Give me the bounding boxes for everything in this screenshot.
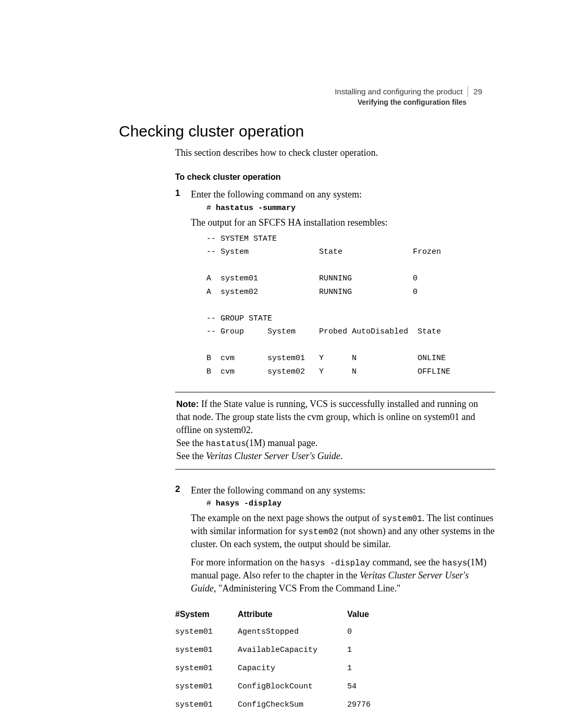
- heading: Checking cluster operation: [119, 122, 495, 140]
- chapter-title: Installing and configuring the product: [335, 86, 468, 97]
- cmd-name: hastatus: [206, 439, 246, 449]
- book-title: Veritas Cluster Server User's Guide: [206, 451, 340, 461]
- command-output: -- SYSTEM STATE -- System State Frozen A…: [206, 232, 495, 379]
- step-2-para-1: The example on the next page shows the o…: [191, 512, 495, 551]
- step-2-text: Enter the following command on any syste…: [191, 485, 365, 496]
- table-row: system01 ConfigBlockCount 54: [175, 682, 399, 700]
- note-body: Note: If the State value is running, VCS…: [176, 398, 494, 436]
- command-line: # hasys -display: [206, 499, 495, 510]
- note-box: Note: If the State value is running, VCS…: [175, 392, 495, 469]
- note-label: Note:: [176, 399, 199, 409]
- table-row: system01 AvailableCapacity 1: [175, 646, 399, 664]
- see-line-1: See the hastatus(1M) manual page.: [176, 437, 494, 450]
- col-value: Value: [347, 610, 399, 627]
- attributes-table: #System Attribute Value system01 AgentsS…: [175, 610, 399, 719]
- note-text: If the State value is running, VCS is su…: [176, 399, 478, 435]
- col-system: #System: [175, 610, 238, 627]
- section-title: Verifying the configuration files: [335, 97, 482, 108]
- step-1-text: Enter the following command on any syste…: [191, 189, 362, 200]
- see-line-2: See the Veritas Cluster Server User's Gu…: [176, 450, 494, 463]
- table-header-row: #System Attribute Value: [175, 610, 399, 627]
- step-2: 2 Enter the following command on any sys…: [119, 484, 495, 595]
- step-1: 1 Enter the following command on any sys…: [119, 188, 495, 378]
- step-body: Enter the following command on any syste…: [191, 484, 495, 595]
- output-label: The output for an SFCFS HA installation …: [191, 216, 495, 229]
- step-number: 1: [175, 188, 191, 378]
- step-2-para-2: For more information on the hasys -displ…: [191, 556, 495, 595]
- command-text: hastatus -summary: [216, 204, 296, 213]
- header-line-1: Installing and configuring the product29: [335, 86, 482, 97]
- prompt: #: [206, 499, 216, 508]
- page: Installing and configuring the product29…: [0, 0, 563, 728]
- step-body: Enter the following command on any syste…: [191, 188, 495, 378]
- content-body: Checking cluster operation This section …: [119, 86, 495, 719]
- table-row: system01 AgentsStopped 0: [175, 627, 399, 646]
- prompt: #: [206, 204, 216, 213]
- command-text: hasys -display: [216, 499, 282, 508]
- procedure-title: To check cluster operation: [119, 172, 495, 182]
- command-line: # hastatus -summary: [206, 203, 495, 214]
- table-row: system01 Capacity 1: [175, 664, 399, 682]
- running-header: Installing and configuring the product29…: [335, 86, 482, 108]
- intro-paragraph: This section describes how to check clus…: [119, 146, 495, 159]
- table-row: system01 ConfigCheckSum 29776: [175, 700, 399, 719]
- col-attribute: Attribute: [238, 610, 347, 627]
- page-number: 29: [468, 87, 482, 96]
- step-number: 2: [175, 484, 191, 595]
